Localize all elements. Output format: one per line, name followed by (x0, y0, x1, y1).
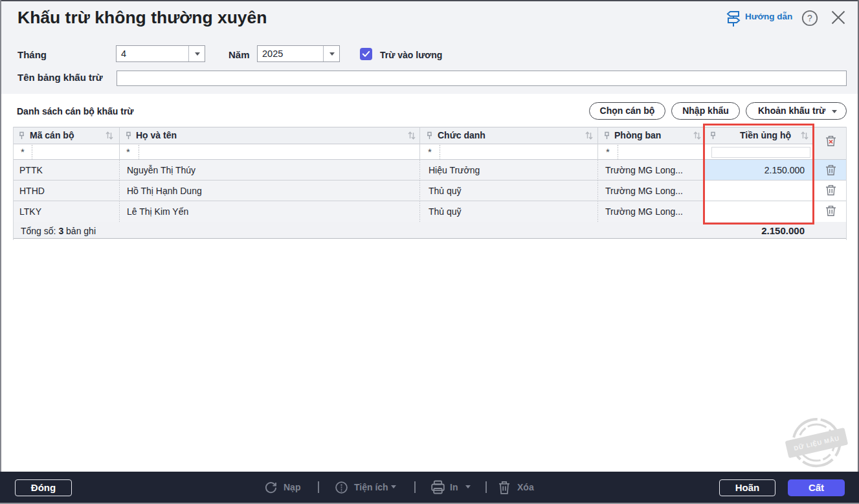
svg-text:?: ? (807, 13, 812, 23)
